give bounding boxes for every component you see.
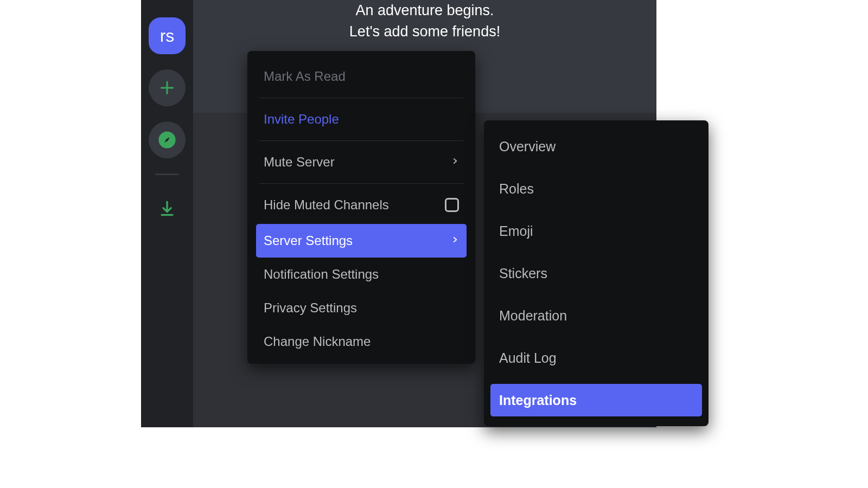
submenu-item-roles[interactable]: Roles <box>490 172 702 205</box>
submenu-item-emoji[interactable]: Emoji <box>490 215 702 247</box>
menu-item-notification-settings[interactable]: Notification Settings <box>256 258 467 291</box>
menu-item-hide-muted-channels[interactable]: Hide Muted Channels <box>256 188 467 222</box>
menu-item-label: Server Settings <box>264 233 353 248</box>
checkbox-unchecked-icon[interactable] <box>445 198 459 212</box>
channel-main-area: An adventure begins. Let's add some frie… <box>193 0 656 427</box>
menu-item-mark-as-read: Mark As Read <box>256 60 467 93</box>
menu-separator <box>259 183 463 184</box>
menu-item-label: Invite People <box>264 112 339 127</box>
menu-item-mute-server[interactable]: Mute Server <box>256 145 467 179</box>
submenu-item-label: Moderation <box>499 308 567 324</box>
onboarding-line1: An adventure begins. <box>193 0 656 21</box>
menu-item-label: Mute Server <box>264 155 335 170</box>
app-frame: rs An adventure begins. Let's add some f… <box>141 0 656 427</box>
server-context-menu: Mark As Read Invite People Mute Server H… <box>247 51 475 364</box>
submenu-item-label: Stickers <box>499 266 547 281</box>
plus-icon <box>158 79 176 97</box>
onboarding-line2: Let's add some friends! <box>193 21 656 42</box>
download-apps-button[interactable] <box>149 190 186 227</box>
submenu-item-label: Overview <box>499 139 556 155</box>
menu-item-server-settings[interactable]: Server Settings <box>256 224 467 258</box>
menu-item-label: Notification Settings <box>264 267 379 282</box>
explore-servers-button[interactable] <box>149 121 186 158</box>
menu-item-invite-people[interactable]: Invite People <box>256 102 467 136</box>
submenu-item-stickers[interactable]: Stickers <box>490 257 702 290</box>
menu-item-label: Hide Muted Channels <box>264 197 389 213</box>
download-icon <box>158 200 176 218</box>
menu-item-change-nickname[interactable]: Change Nickname <box>256 325 467 358</box>
server-rail: rs <box>141 0 193 427</box>
submenu-item-integrations[interactable]: Integrations <box>490 384 702 416</box>
submenu-item-moderation[interactable]: Moderation <box>490 299 702 332</box>
menu-item-privacy-settings[interactable]: Privacy Settings <box>256 291 467 325</box>
submenu-item-overview[interactable]: Overview <box>490 130 702 163</box>
submenu-item-label: Roles <box>499 181 534 197</box>
menu-separator <box>259 140 463 141</box>
server-avatar[interactable]: rs <box>149 17 186 54</box>
submenu-item-audit-log[interactable]: Audit Log <box>490 342 702 374</box>
submenu-item-label: Emoji <box>499 223 533 239</box>
add-server-button[interactable] <box>149 69 186 106</box>
menu-item-label: Change Nickname <box>264 334 371 349</box>
chevron-right-icon <box>451 155 459 170</box>
server-settings-submenu: Overview Roles Emoji Stickers Moderation… <box>484 120 709 426</box>
submenu-item-label: Integrations <box>499 393 577 408</box>
menu-item-label: Mark As Read <box>264 69 346 84</box>
chevron-right-icon <box>451 234 459 248</box>
compass-icon <box>158 131 176 149</box>
onboarding-text: An adventure begins. Let's add some frie… <box>193 0 656 42</box>
submenu-item-label: Audit Log <box>499 350 557 366</box>
menu-item-label: Privacy Settings <box>264 300 357 316</box>
server-avatar-initials: rs <box>160 26 175 46</box>
rail-divider <box>155 174 179 175</box>
menu-separator <box>259 98 463 98</box>
